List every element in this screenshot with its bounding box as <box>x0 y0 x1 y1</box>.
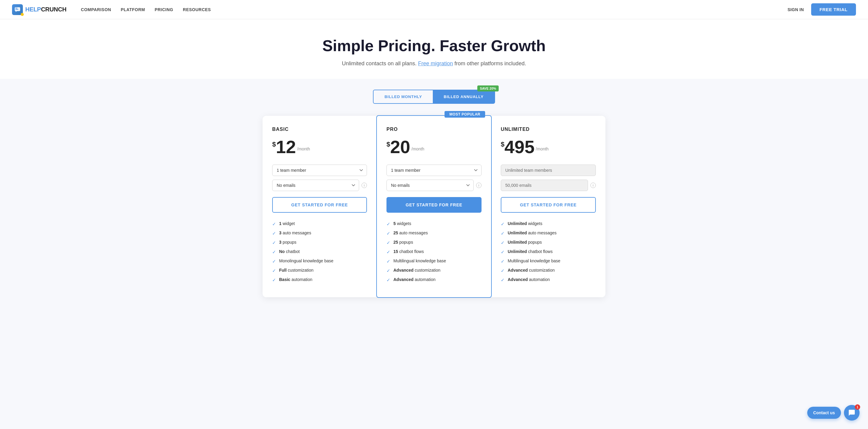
check-icon: ✓ <box>501 231 505 236</box>
list-item: ✓ Unlimited chatbot flows <box>501 249 596 255</box>
pro-plan-name: PRO <box>386 127 482 132</box>
basic-email-info-icon[interactable]: i <box>362 183 367 188</box>
list-item: ✓ Advanced customization <box>386 268 482 273</box>
plan-basic: BASIC $ 12 /month 1 team member 2 team m… <box>262 116 377 297</box>
list-item: ✓ 1 widget <box>272 221 367 227</box>
nav-pricing[interactable]: PRICING <box>155 7 173 12</box>
unlimited-price-amount: 495 <box>504 138 534 156</box>
check-icon: ✓ <box>272 268 276 273</box>
check-icon: ✓ <box>501 259 505 264</box>
pro-email-row: No emails 500 emails 1,000 emails 5,000 … <box>386 180 482 191</box>
basic-features: ✓ 1 widget ✓ 3 auto messages ✓ 3 popups … <box>272 221 367 283</box>
check-icon: ✓ <box>272 221 276 227</box>
hero-title: Simple Pricing. Faster Growth <box>6 37 862 55</box>
pro-email-select[interactable]: No emails 500 emails 1,000 emails 5,000 … <box>386 180 474 191</box>
unlimited-email-select[interactable]: 50,000 emails 100,000 emails 200,000 ema… <box>501 180 588 191</box>
check-icon: ✓ <box>272 259 276 264</box>
check-icon: ✓ <box>501 277 505 283</box>
pro-price-amount: 20 <box>390 138 410 156</box>
billing-annually-button[interactable]: BILLED ANNUALLY <box>433 90 494 103</box>
svg-rect-2 <box>16 9 18 10</box>
check-icon: ✓ <box>272 231 276 236</box>
list-item: ✓ Unlimited popups <box>501 240 596 245</box>
unlimited-email-row: 50,000 emails 100,000 emails 200,000 ema… <box>501 180 596 191</box>
check-icon: ✓ <box>386 240 391 245</box>
basic-price-period: /month <box>297 147 310 151</box>
list-item: ✓ No chatbot <box>272 249 367 255</box>
list-item: ✓ Multilingual knowledge base <box>386 258 482 264</box>
nav-resources[interactable]: RESOURCES <box>183 7 211 12</box>
unlimited-price-period: /month <box>536 147 549 151</box>
list-item: ✓ Monolingual knowledge base <box>272 258 367 264</box>
unlimited-price-dollar: $ <box>501 141 504 148</box>
check-icon: ✓ <box>501 240 505 245</box>
logo-icon <box>12 4 23 15</box>
basic-email-select[interactable]: No emails 500 emails 1,000 emails 2,500 … <box>272 180 359 191</box>
list-item: ✓ 25 popups <box>386 240 482 245</box>
svg-rect-1 <box>16 8 18 8</box>
pro-features: ✓ 5 widgets ✓ 25 auto messages ✓ 25 popu… <box>386 221 482 283</box>
nav-platform[interactable]: PLATFORM <box>121 7 145 12</box>
pro-price-period: /month <box>411 147 424 151</box>
plans-container: BASIC $ 12 /month 1 team member 2 team m… <box>253 116 615 315</box>
billing-toggle: BILLED MONTHLY BILLED ANNUALLY SAVE 20% <box>373 90 495 104</box>
check-icon: ✓ <box>272 240 276 245</box>
unlimited-features: ✓ Unlimited widgets ✓ Unlimited auto mes… <box>501 221 596 283</box>
check-icon: ✓ <box>272 277 276 283</box>
unlimited-plan-name: UNLIMITED <box>501 127 596 132</box>
basic-price-amount: 12 <box>276 138 296 156</box>
nav-comparison[interactable]: COMPARISON <box>81 7 111 12</box>
check-icon: ✓ <box>501 221 505 227</box>
check-icon: ✓ <box>386 221 391 227</box>
free-migration-link[interactable]: Free migration <box>418 60 453 66</box>
check-icon: ✓ <box>501 268 505 273</box>
most-popular-badge: MOST POPULAR <box>444 111 485 118</box>
list-item: ✓ Advanced automation <box>386 277 482 283</box>
plan-unlimited: UNLIMITED $ 495 /month Unlimited team me… <box>491 116 606 297</box>
list-item: ✓ Unlimited widgets <box>501 221 596 227</box>
list-item: ✓ Multilingual knowledge base <box>501 258 596 264</box>
basic-plan-price: $ 12 /month <box>272 138 367 156</box>
pro-email-info-icon[interactable]: i <box>476 183 482 188</box>
check-icon: ✓ <box>386 249 391 255</box>
list-item: ✓ Unlimited auto messages <box>501 231 596 236</box>
unlimited-cta-button[interactable]: GET STARTED FOR FREE <box>501 197 596 213</box>
billing-monthly-button[interactable]: BILLED MONTHLY <box>374 90 433 103</box>
nav-links: COMPARISON PLATFORM PRICING RESOURCES <box>81 7 211 12</box>
save-badge: SAVE 20% <box>477 86 498 91</box>
hero-section: Simple Pricing. Faster Growth Unlimited … <box>0 19 868 79</box>
navbar-right: SIGN IN FREE TRIAL <box>787 3 856 16</box>
free-trial-button[interactable]: FREE TRIAL <box>811 3 856 16</box>
basic-plan-name: BASIC <box>272 127 367 132</box>
logo[interactable]: HELPCRUNCH <box>12 4 66 15</box>
list-item: ✓ Basic automation <box>272 277 367 283</box>
unlimited-team-member-select[interactable]: Unlimited team members <box>501 164 596 176</box>
plans-grid: BASIC $ 12 /month 1 team member 2 team m… <box>262 116 606 297</box>
pro-plan-price: $ 20 /month <box>386 138 482 156</box>
pro-price-dollar: $ <box>386 141 390 148</box>
basic-price-dollar: $ <box>272 141 276 148</box>
list-item: ✓ 3 popups <box>272 240 367 245</box>
list-item: ✓ Advanced automation <box>501 277 596 283</box>
check-icon: ✓ <box>386 268 391 273</box>
navbar: HELPCRUNCH COMPARISON PLATFORM PRICING R… <box>0 0 868 19</box>
navbar-left: HELPCRUNCH COMPARISON PLATFORM PRICING R… <box>12 4 211 15</box>
sign-in-link[interactable]: SIGN IN <box>787 7 804 12</box>
basic-cta-button[interactable]: GET STARTED FOR FREE <box>272 197 367 213</box>
list-item: ✓ 3 auto messages <box>272 231 367 236</box>
pro-team-member-select[interactable]: 1 team member 2 team members 5 team memb… <box>386 164 482 176</box>
check-icon: ✓ <box>386 277 391 283</box>
unlimited-email-info-icon[interactable]: i <box>590 183 596 188</box>
check-icon: ✓ <box>501 249 505 255</box>
list-item: ✓ Advanced customization <box>501 268 596 273</box>
basic-email-row: No emails 500 emails 1,000 emails 2,500 … <box>272 180 367 191</box>
pro-cta-button[interactable]: GET STARTED FOR FREE <box>386 197 482 213</box>
billing-toggle-wrapper: BILLED MONTHLY BILLED ANNUALLY SAVE 20% <box>0 90 868 104</box>
check-icon: ✓ <box>272 249 276 255</box>
plans-section: BASIC $ 12 /month 1 team member 2 team m… <box>0 116 868 315</box>
check-icon: ✓ <box>386 231 391 236</box>
basic-team-member-select[interactable]: 1 team member 2 team members 3 team memb… <box>272 164 367 176</box>
unlimited-plan-price: $ 495 /month <box>501 138 596 156</box>
svg-marker-3 <box>16 11 17 12</box>
logo-text: HELPCRUNCH <box>25 6 66 13</box>
